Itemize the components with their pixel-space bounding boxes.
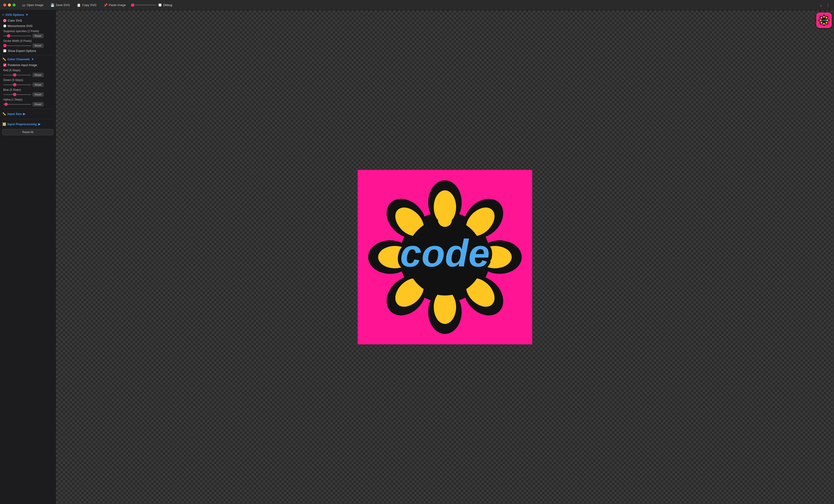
blue-label: Blue (5 Steps) xyxy=(2,88,53,91)
copy-svg-button[interactable]: 📋 Copy SVG xyxy=(75,2,98,8)
stroke-width-row: Reset xyxy=(2,44,53,48)
green-slider-row: Reset xyxy=(2,83,53,87)
titlebar-right: ⌄ ⋮ xyxy=(818,2,831,8)
chevron-down-button[interactable]: ⌄ xyxy=(818,2,823,8)
input-preprocessing-label: Input Preprocessing xyxy=(7,123,37,126)
traffic-lights xyxy=(3,3,16,6)
paste-image-icon: 📌 xyxy=(104,3,108,7)
suppress-speckles-label: Suppress speckles (2 Pixels) xyxy=(2,29,53,33)
close-button[interactable] xyxy=(3,3,6,6)
divider-2 xyxy=(2,109,53,109)
alpha-label: Alpha (1 Steps) xyxy=(2,98,53,101)
svg-options-dropdown-icon: ▼ xyxy=(26,13,29,17)
thumbnail: code xyxy=(816,13,832,28)
alpha-reset[interactable]: Reset xyxy=(32,102,44,106)
stroke-width-label: Stroke Width (0 Pixels) xyxy=(2,39,53,43)
maximize-button[interactable] xyxy=(13,3,16,6)
input-size-header[interactable]: 📏 Input Size ▶ xyxy=(2,111,53,116)
input-preprocessing-icon: 🖼️ xyxy=(2,123,6,126)
red-slider[interactable] xyxy=(3,75,31,75)
input-size-ruler-icon: 📏 xyxy=(2,112,6,116)
blue-reset[interactable]: Reset xyxy=(32,92,44,96)
posterize-option: Posterize Input Image xyxy=(2,63,53,67)
suppress-speckles-row: Reset xyxy=(2,34,53,38)
sidebar: ≡ SVG Options ▼ Color SVG Monochrome SVG… xyxy=(0,10,56,504)
input-size-expand-icon: ▶ xyxy=(23,112,25,116)
show-expert-checkbox[interactable] xyxy=(3,49,6,52)
minimize-button[interactable] xyxy=(8,3,11,6)
svg-point-21 xyxy=(438,213,452,227)
color-channels-header[interactable]: ✏️ Color Channels ▼ xyxy=(2,58,53,61)
svg-options-icon: ≡ xyxy=(2,13,4,17)
save-svg-button[interactable]: 💾 Save SVG xyxy=(49,2,72,8)
stroke-width-reset[interactable]: Reset xyxy=(32,44,44,48)
suppress-speckles-reset[interactable]: Reset xyxy=(32,34,44,38)
open-image-button[interactable]: 🗂 Open Image xyxy=(20,2,45,8)
debug-slider[interactable] xyxy=(131,5,157,5)
divider-3 xyxy=(2,119,53,119)
svg-text:code: code xyxy=(821,19,827,22)
monochrome-svg-option: Monochrome SVG xyxy=(2,24,53,28)
alpha-slider[interactable] xyxy=(3,104,31,105)
reset-all-button[interactable]: Reset All xyxy=(2,129,53,135)
color-channels-dropdown-icon: ▼ xyxy=(31,58,34,61)
show-expert-option: Show Expert Options xyxy=(2,49,53,52)
red-label: Red (5 Steps) xyxy=(2,69,53,72)
red-slider-row: Reset xyxy=(2,73,53,77)
suppress-speckles-slider[interactable] xyxy=(3,36,31,36)
save-svg-icon: 💾 xyxy=(50,3,54,7)
monochrome-svg-radio[interactable] xyxy=(3,24,6,27)
svg-text:code: code xyxy=(400,232,489,275)
color-svg-radio[interactable] xyxy=(3,19,6,22)
green-slider[interactable] xyxy=(3,85,31,85)
more-options-button[interactable]: ⋮ xyxy=(825,2,831,8)
main-layout: ≡ SVG Options ▼ Color SVG Monochrome SVG… xyxy=(0,10,834,504)
color-svg-option: Color SVG xyxy=(2,19,53,22)
divider-1 xyxy=(2,55,53,55)
color-svg-label: Color SVG xyxy=(8,19,22,22)
blue-slider[interactable] xyxy=(3,94,31,95)
color-channels-section: ✏️ Color Channels ▼ Posterize Input Imag… xyxy=(2,58,53,106)
canvas-area: code code xyxy=(56,10,834,504)
svg-options-header[interactable]: ≡ SVG Options ▼ xyxy=(2,13,53,17)
green-reset[interactable]: Reset xyxy=(32,83,44,87)
open-image-icon: 🗂 xyxy=(22,3,25,7)
posterize-label: Posterize Input Image xyxy=(8,63,37,67)
input-preprocessing-expand-icon: ▶ xyxy=(38,123,41,126)
copy-svg-icon: 📋 xyxy=(77,3,81,7)
paste-image-button[interactable]: 📌 Paste Image xyxy=(102,2,128,8)
debug-area: Debug xyxy=(131,3,172,7)
input-size-label: Input Size xyxy=(7,112,22,116)
svg-options-label: SVG Options xyxy=(5,13,24,17)
show-expert-label: Show Expert Options xyxy=(8,49,36,52)
posterize-checkbox[interactable] xyxy=(3,64,6,67)
debug-checkbox[interactable] xyxy=(158,3,161,6)
input-preprocessing-header[interactable]: 🖼️ Input Preprocessing ▶ xyxy=(2,122,53,127)
stroke-width-slider[interactable] xyxy=(3,45,31,46)
monochrome-svg-label: Monochrome SVG xyxy=(8,24,32,28)
alpha-slider-row: Reset xyxy=(2,102,53,106)
color-channels-icon: ✏️ xyxy=(2,58,6,61)
red-reset[interactable]: Reset xyxy=(32,73,44,77)
blue-slider-row: Reset xyxy=(2,92,53,96)
debug-label: Debug xyxy=(163,3,172,7)
titlebar: 🗂 Open Image 💾 Save SVG 📋 Copy SVG 📌 Pas… xyxy=(0,0,834,10)
green-label: Green (5 Steps) xyxy=(2,79,53,82)
logo-image: code code xyxy=(358,170,532,344)
color-channels-label: Color Channels xyxy=(7,58,30,61)
